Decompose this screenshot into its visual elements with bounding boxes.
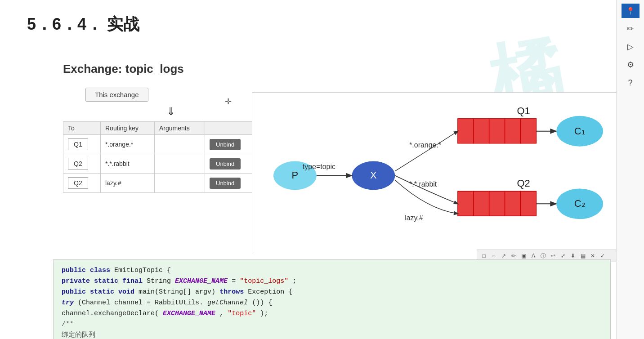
kw-private: private: [62, 277, 90, 285]
route3-label: lazy.#: [405, 214, 423, 222]
main-content: 橘 5．6．4． 实战 Exchange: topic_logs This ex…: [0, 0, 616, 339]
cell-args-0: [154, 135, 205, 154]
exchange-label: Exchange: topic_logs: [63, 62, 184, 76]
toolbar-download-icon[interactable]: ⬇: [569, 252, 577, 260]
diagram-svg: Q1 Q2 C₁ C₂: [252, 93, 616, 254]
code-line-6: /**: [62, 319, 602, 330]
cell-routing-1: *.*.rabbit: [100, 154, 154, 174]
cell-to-0: Q1: [63, 135, 101, 154]
sidebar-pen-button[interactable]: ✏: [622, 22, 639, 36]
sidebar-settings-button[interactable]: ⚙: [622, 58, 639, 72]
cell-action-2: Unbind: [205, 174, 256, 193]
svg-rect-9: [505, 191, 521, 216]
svg-rect-10: [520, 191, 536, 216]
kw-public: public: [62, 267, 86, 274]
exchange-name: topic_logs: [125, 62, 184, 76]
unbind-button-1[interactable]: Unbind: [210, 158, 241, 170]
str-topic-logs: "topic_logs": [240, 277, 288, 285]
col-routing-key: Routing key: [100, 122, 154, 135]
unbind-button-2[interactable]: Unbind: [210, 178, 241, 189]
toolbar-pen-icon[interactable]: ✏: [510, 252, 518, 260]
kw-static: static: [94, 277, 118, 285]
diagram-panel: Q1 Q2 C₁ C₂: [252, 92, 616, 254]
this-exchange-button[interactable]: This exchange: [85, 88, 148, 102]
sidebar-pin-button[interactable]: 📍: [622, 4, 640, 18]
svg-rect-6: [458, 191, 474, 216]
route1-label: *.orange.*: [409, 141, 441, 149]
cell-routing-0: *.orange.*: [100, 135, 154, 154]
var-exchange-name2: EXCHANGE_NAME: [163, 310, 215, 317]
q2-label: Q2: [517, 178, 530, 189]
cell-args-1: [154, 154, 205, 174]
comment-start: /**: [62, 321, 74, 328]
svg-rect-8: [489, 191, 505, 216]
section-title: 5．6．4． 实战: [27, 13, 139, 36]
toolbar-undo-icon[interactable]: ↩: [549, 252, 557, 260]
svg-rect-1: [458, 119, 474, 143]
x-label: X: [370, 170, 377, 181]
code-line-7: 绑定的队列: [62, 330, 602, 339]
queue-box-2: Q2: [68, 177, 88, 189]
col-to: To: [63, 122, 101, 135]
code-line-5: channel.exchangeDeclare( EXCHANGE_NAME ,…: [62, 308, 602, 319]
cursor-indicator: ✛: [225, 97, 232, 107]
kw-static2: static: [90, 288, 114, 296]
unbind-button-0[interactable]: Unbind: [210, 139, 241, 150]
svg-rect-3: [489, 119, 505, 143]
route2-label: *.*.rabbit: [409, 180, 437, 188]
toolbar-text-icon[interactable]: A: [529, 252, 537, 260]
toolbar-check-icon[interactable]: ✓: [599, 252, 607, 260]
exchange-label-text: Exchange:: [63, 62, 125, 76]
comment-content: 绑定的队列: [62, 331, 95, 339]
col-action: [205, 122, 256, 135]
kw-throws: throws: [219, 288, 244, 296]
kw-void: void: [118, 288, 134, 296]
method-getchannel: getChannel: [207, 299, 248, 307]
cell-args-2: [154, 174, 205, 193]
kw-public2: public: [62, 288, 86, 296]
table-row: Q2 *.*.rabbit Unbind: [63, 154, 256, 174]
queue-box-1: Q2: [68, 158, 88, 170]
cell-to-1: Q2: [63, 154, 101, 174]
cell-routing-2: lazy.#: [100, 174, 154, 193]
code-line-2: private static final String EXCHANGE_NAM…: [62, 276, 602, 287]
code-line-4: try (Channel channel = RabbitUtils. getC…: [62, 298, 602, 308]
sidebar-help-button[interactable]: ?: [622, 76, 639, 90]
svg-rect-7: [474, 191, 489, 216]
cell-to-2: Q2: [63, 174, 101, 193]
queue-box-0: Q1: [68, 138, 88, 150]
cell-action-1: Unbind: [205, 154, 256, 174]
code-block: public class EmitLogTopic { private stat…: [53, 259, 611, 339]
toolbar-arrow-icon[interactable]: ↗: [500, 252, 508, 260]
toolbar-close-icon[interactable]: ✕: [589, 252, 597, 260]
svg-rect-5: [520, 119, 536, 143]
c1-label: C₁: [574, 125, 586, 137]
toolbar-expand-icon[interactable]: ⤢: [559, 252, 567, 260]
kw-try: try: [62, 299, 74, 307]
down-arrow: ⇓: [85, 105, 256, 118]
right-sidebar: 📍 ✏ ▷ ⚙ ?: [616, 0, 644, 339]
str-topic: "topic": [228, 310, 256, 317]
toolbar-rect-icon[interactable]: □: [480, 252, 488, 260]
svg-rect-2: [474, 119, 489, 143]
toolbar-info-icon[interactable]: ⓘ: [539, 252, 547, 260]
table-row: Q2 lazy.# Unbind: [63, 174, 256, 193]
toolbar-image-icon[interactable]: ▣: [519, 252, 528, 260]
table-row: Q1 *.orange.* Unbind: [63, 135, 256, 154]
cell-action-0: Unbind: [205, 135, 256, 154]
toolbar-circle-icon[interactable]: ○: [490, 252, 498, 260]
sidebar-cursor-button[interactable]: ▷: [622, 40, 639, 54]
c2-label: C₂: [574, 198, 586, 209]
svg-rect-4: [505, 119, 521, 143]
col-arguments: Arguments: [154, 122, 205, 135]
bindings-table: To Routing key Arguments Q1 *.orange.* U…: [63, 121, 256, 193]
kw-class: class: [90, 267, 110, 274]
type-label: type=topic: [303, 163, 335, 170]
code-line-1: public class EmitLogTopic {: [62, 265, 602, 276]
code-line-3: public static void main(String[] argv) t…: [62, 287, 602, 298]
q1-label: Q1: [517, 105, 530, 116]
p-label: P: [292, 170, 299, 181]
kw-final: final: [122, 277, 143, 285]
toolbar-grid-icon[interactable]: ▤: [579, 252, 587, 260]
var-exchange-name: EXCHANGE_NAME: [175, 277, 228, 285]
